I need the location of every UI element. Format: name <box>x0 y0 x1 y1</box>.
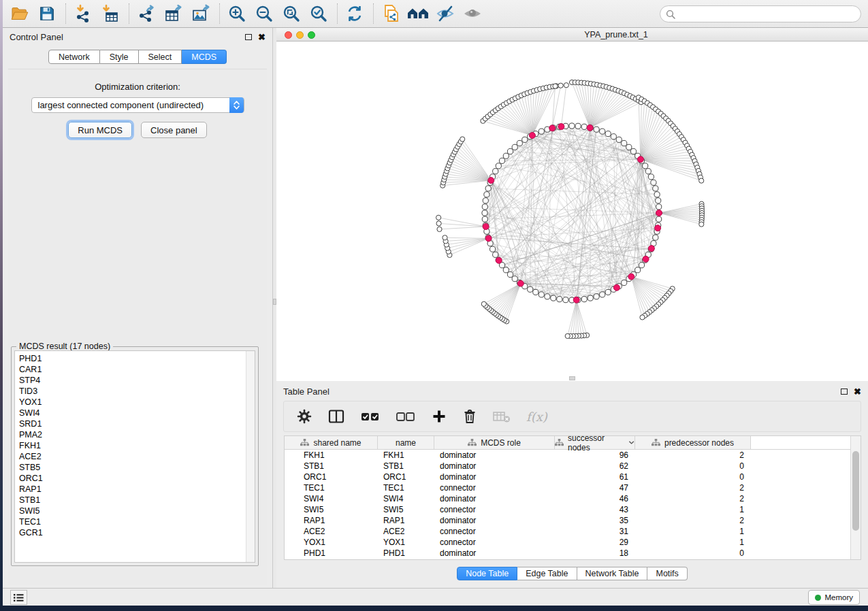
first-neighbors-icon[interactable] <box>406 3 430 24</box>
mcds-list-scrollbar[interactable] <box>246 351 255 562</box>
mcds-result-item[interactable]: TID3 <box>15 386 255 397</box>
table-tab-network-table[interactable]: Network Table <box>577 567 648 580</box>
mcds-result-item[interactable]: ACE2 <box>15 451 255 462</box>
table-row[interactable]: YOX1YOX1connector291 <box>285 537 861 548</box>
close-panel-button[interactable]: Close panel <box>141 122 207 138</box>
memory-status-icon <box>815 595 821 601</box>
table-row[interactable]: SWI5SWI5connector431 <box>285 504 861 515</box>
float-panel-icon[interactable] <box>245 34 252 40</box>
table-cell: TEC1 <box>285 482 378 493</box>
minimize-window-icon[interactable] <box>296 31 304 39</box>
memory-label: Memory <box>824 593 853 601</box>
column-header-name[interactable]: name <box>378 436 434 449</box>
save-session-icon[interactable] <box>35 3 59 24</box>
mcds-result-list[interactable]: PHD1CAR1STP4TID3YOX1SWI4SRD1PMA2FKH1ACE2… <box>14 350 255 563</box>
mcds-result-item[interactable]: GCR1 <box>15 527 255 538</box>
open-file-icon[interactable] <box>8 3 31 24</box>
network-graph[interactable] <box>276 42 868 381</box>
table-cell: 1 <box>635 537 751 548</box>
table-row[interactable]: STB1STB1dominator620 <box>285 461 861 472</box>
table-tab-node-table[interactable]: Node Table <box>457 567 517 580</box>
tab-mcds[interactable]: MCDS <box>182 50 227 64</box>
hide-selected-icon[interactable] <box>434 3 457 24</box>
checkboxes-unchecked-icon[interactable] <box>396 409 416 424</box>
mcds-result-item[interactable]: PMA2 <box>15 429 255 440</box>
table-cell: PHD1 <box>378 548 434 559</box>
mcds-result-item[interactable]: STB5 <box>15 462 255 473</box>
tab-style[interactable]: Style <box>100 50 139 64</box>
table-cell: ACE2 <box>378 526 434 537</box>
tab-network[interactable]: Network <box>48 50 100 64</box>
close-panel-icon[interactable]: ✖ <box>258 33 266 42</box>
table-row[interactable]: RAP1RAP1dominator352 <box>285 515 861 526</box>
table-tab-motifs[interactable]: Motifs <box>647 567 687 580</box>
table-row[interactable]: PHD1PHD1dominator180 <box>285 548 861 559</box>
table-row[interactable]: SWI4SWI4dominator462 <box>285 493 861 504</box>
float-table-panel-icon[interactable] <box>841 389 848 395</box>
table-cell: dominator <box>434 515 555 526</box>
close-table-panel-icon[interactable]: ✖ <box>854 387 861 396</box>
table-row[interactable]: FKH1FKH1dominator962 <box>285 450 861 461</box>
trash-icon[interactable] <box>462 408 477 425</box>
mcds-result-item[interactable]: STB1 <box>15 495 255 506</box>
task-history-button[interactable] <box>10 590 27 605</box>
mcds-result-item[interactable]: ORC1 <box>15 473 255 484</box>
mcds-result-item[interactable]: CAR1 <box>15 364 255 375</box>
close-window-icon[interactable] <box>285 31 292 39</box>
clone-network-icon[interactable] <box>379 3 402 24</box>
run-mcds-button[interactable]: Run MCDS <box>68 122 132 138</box>
table-tab-edge-table[interactable]: Edge Table <box>517 567 577 580</box>
table-row[interactable]: TEC1TEC1connector472 <box>285 482 861 493</box>
table-scrollbar[interactable] <box>850 436 861 559</box>
column-header-MCDS-role[interactable]: MCDS role <box>434 436 555 449</box>
export-image-icon[interactable] <box>189 3 212 24</box>
table-cell: 1 <box>635 504 751 515</box>
zoom-fit-icon[interactable] <box>280 3 303 24</box>
table-header-row[interactable]: shared namenameMCDS rolesuccessor nodesp… <box>285 436 861 450</box>
mcds-result-item[interactable]: SWI4 <box>15 408 255 418</box>
mcds-result-item[interactable]: SWI5 <box>15 506 255 516</box>
main-toolbar <box>3 0 868 28</box>
column-header-shared-name[interactable]: shared name <box>285 436 378 449</box>
table-cell: 46 <box>555 493 635 504</box>
export-table-icon[interactable] <box>162 3 185 24</box>
search-field[interactable] <box>679 10 861 19</box>
network-titlebar[interactable]: YPA_prune.txt_1 <box>276 28 868 42</box>
column-split-icon[interactable] <box>327 408 345 425</box>
tab-select[interactable]: Select <box>139 50 182 64</box>
mcds-result-item[interactable]: SRD1 <box>15 418 255 429</box>
node-table[interactable]: shared namenameMCDS rolesuccessor nodesp… <box>284 435 861 560</box>
zoom-out-icon[interactable] <box>253 3 276 24</box>
table-cell: ORC1 <box>378 472 434 482</box>
apply-layout-icon[interactable] <box>343 3 366 24</box>
zoom-selected-icon[interactable] <box>307 3 330 24</box>
memory-button[interactable]: Memory <box>808 590 860 605</box>
table-row[interactable]: ORC1ORC1dominator610 <box>285 472 861 482</box>
maximize-window-icon[interactable] <box>308 31 315 39</box>
network-canvas[interactable] <box>276 42 868 381</box>
toolbar-separator <box>129 3 129 24</box>
mcds-result-item[interactable]: RAP1 <box>15 484 255 495</box>
horizontal-splitter-handle[interactable] <box>569 376 575 380</box>
export-network-icon[interactable] <box>135 3 158 24</box>
mcds-result-item[interactable]: YOX1 <box>15 397 255 408</box>
mcds-result-item[interactable]: FKH1 <box>15 440 255 451</box>
table-scrollbar-thumb[interactable] <box>852 451 859 531</box>
status-bar: Memory <box>3 588 868 606</box>
mcds-result-item[interactable]: PHD1 <box>15 353 255 364</box>
import-network-icon[interactable] <box>71 3 95 24</box>
show-all-icon[interactable] <box>461 3 484 24</box>
zoom-in-icon[interactable] <box>225 3 248 24</box>
mcds-result-item[interactable]: TEC1 <box>15 516 255 527</box>
mcds-result-item[interactable]: STP4 <box>15 375 255 386</box>
table-row[interactable]: ACE2ACE2connector311 <box>285 526 861 537</box>
table-cell: SWI4 <box>285 493 378 504</box>
checkboxes-checked-icon[interactable] <box>360 409 381 424</box>
column-header-successor-nodes[interactable]: successor nodes <box>555 436 635 449</box>
import-table-icon[interactable] <box>99 3 122 24</box>
gear-icon[interactable] <box>296 408 312 425</box>
column-header-predecessor-nodes[interactable]: predecessor nodes <box>635 436 751 449</box>
optimization-select[interactable]: largest connected component (undirected) <box>31 97 244 113</box>
plus-icon[interactable] <box>431 408 447 425</box>
search-input[interactable] <box>660 5 861 22</box>
